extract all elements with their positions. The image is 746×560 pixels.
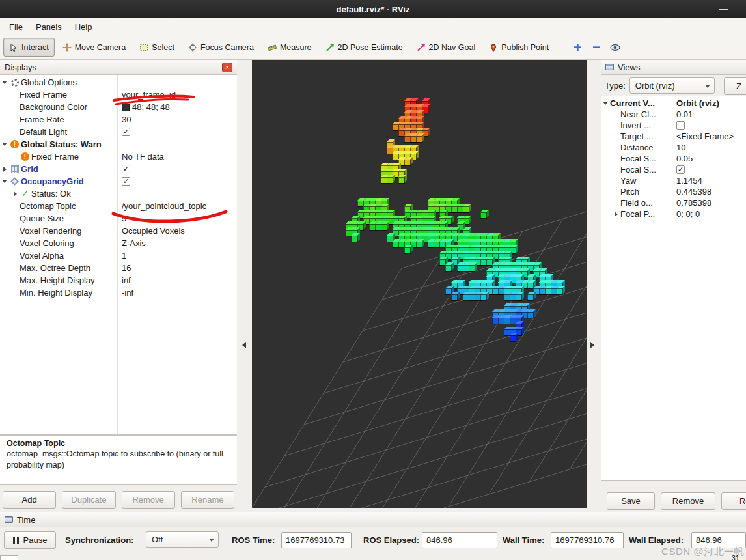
- collapsed-triangle-icon[interactable]: [611, 208, 620, 219]
- expanded-triangle-icon[interactable]: [601, 98, 610, 109]
- property-value[interactable]: Occupied Voxels: [119, 225, 185, 237]
- tree-row[interactable]: Queue Size5: [0, 212, 237, 225]
- tree-row[interactable]: Field o...0.785398: [601, 197, 746, 208]
- tree-row[interactable]: Focal S...✓: [601, 164, 746, 175]
- pause-button[interactable]: Pause: [4, 531, 56, 549]
- checkbox-checked[interactable]: ✓: [122, 128, 130, 136]
- tree-row[interactable]: Focal S...0.05: [601, 153, 746, 164]
- checkbox-checked[interactable]: ✓: [122, 177, 130, 186]
- synchronization-dropdown[interactable]: Off: [146, 531, 219, 548]
- menu-panels[interactable]: Panels: [29, 20, 68, 34]
- collapsed-triangle-icon[interactable]: [0, 163, 9, 175]
- property-value[interactable]: 1.1454: [674, 175, 702, 186]
- tree-row[interactable]: Yaw1.1454: [601, 175, 746, 186]
- property-value[interactable]: Z-Axis: [119, 237, 146, 249]
- checkbox-unchecked[interactable]: [676, 121, 685, 130]
- ros-elapsed-field[interactable]: 846.96: [422, 532, 497, 548]
- tool-2d-nav-goal[interactable]: 2D Nav Goal: [411, 38, 482, 57]
- property-value[interactable]: 5: [119, 212, 126, 225]
- tree-row[interactable]: Target ...<Fixed Frame>: [601, 131, 746, 142]
- tree-row[interactable]: !Global Status: Warn: [0, 138, 237, 150]
- property-value[interactable]: [119, 76, 122, 89]
- tree-row[interactable]: Voxel RenderingOccupied Voxels: [0, 225, 237, 237]
- collapse-displays-handle[interactable]: [240, 340, 248, 350]
- property-value[interactable]: 0.445398: [674, 186, 711, 197]
- tree-row[interactable]: Current V...Orbit (rviz): [601, 98, 746, 109]
- remove-button[interactable]: Remove: [661, 492, 715, 510]
- expanded-triangle-icon[interactable]: [0, 175, 9, 188]
- titlebar[interactable]: default.rviz* - RViz: [0, 0, 746, 18]
- property-value[interactable]: inf: [119, 274, 131, 287]
- expanded-triangle-icon[interactable]: [0, 76, 9, 89]
- clipped-button[interactable]: [0, 555, 18, 560]
- property-value[interactable]: /your_pointcloud_topic: [119, 200, 206, 212]
- tree-row[interactable]: Max. Octree Depth16: [0, 262, 237, 274]
- property-value[interactable]: 0.05: [674, 153, 693, 164]
- tree-row[interactable]: OccupancyGrid✓: [0, 175, 237, 188]
- property-value[interactable]: [119, 188, 122, 200]
- tool-2d-pose-estimate[interactable]: 2D Pose Estimate: [320, 38, 409, 57]
- close-displays-button[interactable]: ×: [222, 63, 232, 72]
- tree-row[interactable]: Grid✓: [0, 163, 237, 175]
- tree-row[interactable]: Pitch0.445398: [601, 186, 746, 197]
- property-value[interactable]: 16: [119, 262, 131, 274]
- property-value[interactable]: 10: [674, 142, 685, 153]
- property-value[interactable]: <Fixed Frame>: [674, 131, 734, 142]
- tree-row[interactable]: Voxel ColoringZ-Axis: [0, 237, 237, 249]
- property-value[interactable]: No TF data: [119, 150, 164, 163]
- tree-row[interactable]: Octomap Topic/your_pointcloud_topic: [0, 200, 237, 212]
- rename-button[interactable]: Rename: [181, 491, 234, 509]
- tree-row[interactable]: Frame Rate30: [0, 113, 237, 126]
- tool-interact[interactable]: Interact: [3, 38, 55, 57]
- property-value[interactable]: 0; 0; 0: [674, 208, 700, 219]
- tree-row[interactable]: Min. Height Display-inf: [0, 287, 237, 299]
- menu-help[interactable]: Help: [68, 20, 99, 34]
- tree-row[interactable]: Invert ...: [601, 120, 746, 131]
- tree-row[interactable]: Global Options: [0, 76, 237, 89]
- tool-move-camera[interactable]: Move Camera: [57, 38, 132, 57]
- tree-row[interactable]: ✓Status: Ok: [0, 188, 237, 200]
- tree-row[interactable]: Focal P...0; 0; 0: [601, 208, 746, 219]
- property-value[interactable]: 0.01: [674, 109, 693, 120]
- collapsed-triangle-icon[interactable]: [10, 188, 20, 200]
- add-tool-button[interactable]: [569, 39, 586, 56]
- tree-row[interactable]: Default Light✓: [0, 126, 237, 138]
- tree-row[interactable]: Distance10: [601, 142, 746, 153]
- tree-row[interactable]: Near Cl...0.01: [601, 109, 746, 120]
- remove-tool-button[interactable]: [588, 39, 605, 56]
- add-button[interactable]: Add: [3, 491, 56, 509]
- zero-button[interactable]: Z: [724, 77, 746, 95]
- tree-row[interactable]: Background Color48; 48; 48: [0, 101, 237, 113]
- tool-properties-button[interactable]: [607, 39, 624, 56]
- property-value[interactable]: 48; 48; 48: [119, 101, 170, 113]
- tree-row[interactable]: !Fixed FrameNo TF data: [0, 150, 237, 163]
- property-value[interactable]: 1: [119, 249, 126, 262]
- tool-publish-point[interactable]: Publish Point: [483, 38, 555, 57]
- ren-button[interactable]: Ren: [721, 492, 746, 510]
- property-value[interactable]: Orbit (rviz): [674, 98, 719, 109]
- tool-focus-camera[interactable]: Focus Camera: [182, 38, 260, 57]
- tree-row[interactable]: Voxel Alpha1: [0, 249, 237, 262]
- 3d-viewport[interactable]: [252, 60, 587, 508]
- property-value[interactable]: 0.785398: [674, 197, 711, 208]
- view-type-dropdown[interactable]: Orbit (rviz): [629, 77, 715, 94]
- 3d-scene-canvas[interactable]: [252, 60, 587, 508]
- collapse-views-handle[interactable]: [588, 340, 596, 350]
- property-value[interactable]: 30: [119, 113, 131, 126]
- expanded-triangle-icon[interactable]: [0, 138, 9, 150]
- property-value[interactable]: your_frame_id: [119, 89, 176, 101]
- remove-button[interactable]: Remove: [122, 491, 175, 509]
- checkbox-checked[interactable]: ✓: [122, 165, 130, 173]
- tree-row[interactable]: Fixed Frameyour_frame_id: [0, 89, 237, 101]
- minimize-icon[interactable]: [719, 9, 728, 10]
- save-button[interactable]: Save: [607, 492, 655, 510]
- tree-row[interactable]: Max. Height Displayinf: [0, 274, 237, 287]
- menu-file[interactable]: File: [3, 20, 29, 34]
- wall-time-field[interactable]: 1697769310.76: [551, 532, 624, 548]
- property-value[interactable]: [119, 138, 122, 150]
- tool-measure[interactable]: Measure: [262, 38, 318, 57]
- checkbox-checked[interactable]: ✓: [676, 165, 685, 174]
- duplicate-button[interactable]: Duplicate: [62, 491, 115, 509]
- property-value[interactable]: -inf: [119, 287, 133, 299]
- tool-select[interactable]: Select: [133, 38, 180, 57]
